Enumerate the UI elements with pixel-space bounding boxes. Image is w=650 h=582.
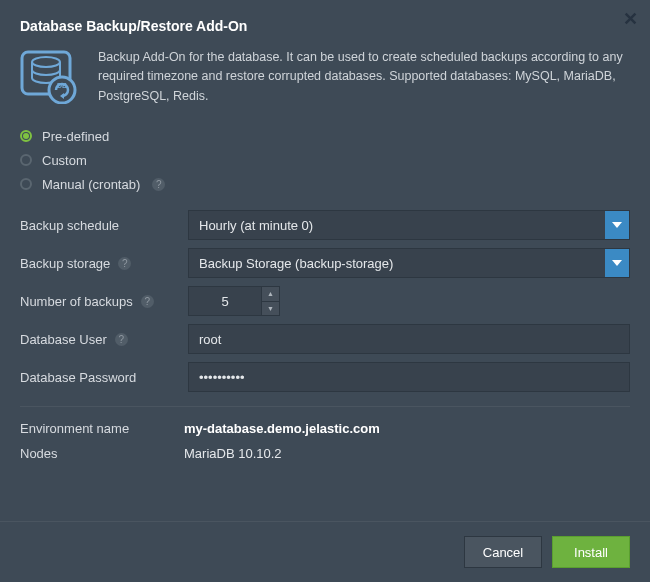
label-nodes: Nodes	[20, 446, 184, 461]
row-environment-name: Environment name my-database.demo.jelast…	[20, 421, 630, 436]
header-row: DB Backup Add-On for the database. It ca…	[20, 48, 630, 106]
svg-marker-8	[612, 260, 622, 266]
select-value: Hourly (at minute 0)	[199, 218, 313, 233]
help-icon[interactable]: ?	[118, 257, 131, 270]
spinner: ▲ ▼	[262, 286, 280, 316]
backup-schedule-select[interactable]: Hourly (at minute 0)	[188, 210, 630, 240]
database-user-input[interactable]	[188, 324, 630, 354]
value-nodes: MariaDB 10.10.2	[184, 446, 282, 461]
database-backup-icon: DB	[20, 48, 80, 106]
spinner-up-button[interactable]: ▲	[262, 287, 279, 302]
label-backup-schedule: Backup schedule	[20, 218, 182, 233]
spinner-down-button[interactable]: ▼	[262, 302, 279, 316]
label-database-user: Database User ?	[20, 332, 182, 347]
divider	[20, 406, 630, 407]
svg-text:DB: DB	[57, 82, 67, 89]
row-nodes: Nodes MariaDB 10.10.2	[20, 446, 630, 461]
dialog-footer: Cancel Install	[0, 521, 650, 582]
radio-label: Manual (crontab)	[42, 177, 140, 192]
description-text: Backup Add-On for the database. It can b…	[98, 48, 630, 106]
label-database-password: Database Password	[20, 370, 182, 385]
row-backup-storage: Backup storage ? Backup Storage (backup-…	[20, 248, 630, 278]
radio-predefined[interactable]: Pre-defined	[20, 124, 630, 148]
database-password-input[interactable]	[188, 362, 630, 392]
close-icon[interactable]: ✕	[623, 8, 638, 30]
row-backup-schedule: Backup schedule Hourly (at minute 0)	[20, 210, 630, 240]
schedule-mode-radiogroup: Pre-defined Custom Manual (crontab) ?	[20, 124, 630, 196]
svg-point-4	[49, 77, 75, 103]
radio-label: Custom	[42, 153, 87, 168]
help-icon[interactable]: ?	[115, 333, 128, 346]
select-value: Backup Storage (backup-storage)	[199, 256, 393, 271]
chevron-down-icon	[605, 211, 629, 239]
svg-point-1	[32, 57, 60, 67]
number-of-backups-input[interactable]	[188, 286, 262, 316]
value-environment-name: my-database.demo.jelastic.com	[184, 421, 380, 436]
radio-dot-icon	[20, 130, 32, 142]
label-number-of-backups: Number of backups ?	[20, 294, 182, 309]
radio-dot-icon	[20, 154, 32, 166]
label-backup-storage: Backup storage ?	[20, 256, 182, 271]
dialog-title: Database Backup/Restore Add-On	[20, 18, 630, 34]
cancel-button[interactable]: Cancel	[464, 536, 542, 568]
label-environment-name: Environment name	[20, 421, 184, 436]
radio-manual[interactable]: Manual (crontab) ?	[20, 172, 630, 196]
number-of-backups-stepper: ▲ ▼	[188, 286, 280, 316]
help-icon[interactable]: ?	[152, 178, 165, 191]
help-icon[interactable]: ?	[141, 295, 154, 308]
install-button[interactable]: Install	[552, 536, 630, 568]
radio-dot-icon	[20, 178, 32, 190]
row-database-password: Database Password	[20, 362, 630, 392]
radio-custom[interactable]: Custom	[20, 148, 630, 172]
chevron-down-icon	[605, 249, 629, 277]
radio-label: Pre-defined	[42, 129, 109, 144]
backup-storage-select[interactable]: Backup Storage (backup-storage)	[188, 248, 630, 278]
row-database-user: Database User ?	[20, 324, 630, 354]
dialog-body: Database Backup/Restore Add-On DB Backup…	[0, 0, 650, 461]
svg-marker-7	[612, 222, 622, 228]
row-number-of-backups: Number of backups ? ▲ ▼	[20, 286, 630, 316]
